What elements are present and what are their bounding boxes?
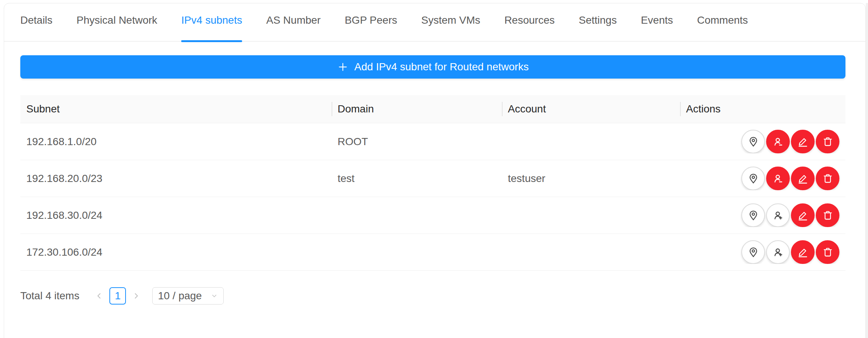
tab-events[interactable]: Events: [641, 2, 673, 38]
location-pin-icon: [747, 136, 759, 148]
details-card: Details Physical Network IPv4 subnets AS…: [4, 3, 866, 338]
ipv4-subnets-table: Subnet Domain Account Actions 192.168.1.…: [20, 95, 845, 271]
location-pin-button[interactable]: [741, 240, 765, 264]
chevron-down-icon: [211, 292, 218, 300]
delete-subnet-button[interactable]: [816, 203, 839, 227]
dedicate-account-button[interactable]: [766, 203, 790, 227]
pencil-icon: [797, 136, 809, 148]
delete-subnet-button[interactable]: [816, 167, 839, 190]
tab-bar: Details Physical Network IPv4 subnets AS…: [4, 3, 865, 42]
account-cell: testuser: [502, 173, 680, 185]
tab-physical-network[interactable]: Physical Network: [77, 2, 158, 38]
table-row: 172.30.106.0/24: [20, 234, 845, 271]
tab-ipv4-subnets[interactable]: IPv4 subnets: [181, 2, 242, 38]
pagination: Total 4 items 1 10 / page: [20, 287, 845, 305]
release-dedication-button[interactable]: [766, 167, 790, 190]
location-pin-icon: [747, 209, 759, 221]
subnet-cell: 192.168.30.0/24: [20, 209, 332, 221]
column-header-actions: Actions: [680, 95, 845, 123]
subnet-cell: 192.168.20.0/23: [20, 173, 332, 185]
user-plus-icon: [772, 209, 784, 221]
prev-page-button[interactable]: [93, 287, 106, 305]
actions-cell: [680, 167, 845, 190]
actions-cell: [680, 240, 845, 264]
dedicate-account-button[interactable]: [766, 240, 790, 264]
trash-icon: [822, 173, 834, 185]
actions-cell: [680, 203, 845, 227]
chevron-left-icon: [95, 292, 103, 300]
user-minus-icon: [772, 136, 784, 148]
delete-subnet-button[interactable]: [816, 240, 839, 264]
table-row: 192.168.20.0/23 test testuser: [20, 160, 845, 197]
page-1-button[interactable]: 1: [109, 287, 126, 305]
location-pin-icon: [747, 173, 759, 185]
actions-cell: [680, 130, 845, 153]
table-header-row: Subnet Domain Account Actions: [20, 95, 845, 123]
column-header-domain: Domain: [332, 95, 502, 123]
domain-cell: test: [332, 173, 502, 185]
add-ipv4-subnet-button[interactable]: Add IPv4 subnet for Routed networks: [20, 55, 845, 79]
release-dedication-button[interactable]: [766, 130, 790, 153]
delete-subnet-button[interactable]: [816, 130, 839, 153]
edit-subnet-button[interactable]: [791, 240, 815, 264]
tab-comments[interactable]: Comments: [697, 2, 748, 38]
trash-icon: [822, 246, 834, 258]
trash-icon: [822, 209, 834, 221]
trash-icon: [822, 136, 834, 148]
column-header-subnet: Subnet: [20, 95, 332, 123]
edit-subnet-button[interactable]: [791, 130, 815, 153]
plus-icon: [337, 61, 348, 73]
column-header-account: Account: [502, 95, 680, 123]
location-pin-button[interactable]: [741, 130, 765, 153]
tab-resources[interactable]: Resources: [504, 2, 555, 38]
tab-as-number[interactable]: AS Number: [266, 2, 321, 38]
add-ipv4-subnet-label: Add IPv4 subnet for Routed networks: [354, 61, 529, 73]
tab-details[interactable]: Details: [20, 2, 53, 38]
subnet-cell: 172.30.106.0/24: [20, 246, 332, 258]
page-size-value: 10 / page: [158, 290, 206, 302]
pencil-icon: [797, 209, 809, 221]
pencil-icon: [797, 173, 809, 185]
location-pin-button[interactable]: [741, 203, 765, 227]
scrollbar-track[interactable]: [866, 3, 868, 338]
table-row: 192.168.30.0/24: [20, 197, 845, 234]
pagination-total: Total 4 items: [20, 290, 79, 302]
subnet-cell: 192.168.1.0/20: [20, 136, 332, 148]
location-pin-icon: [747, 246, 759, 258]
location-pin-button[interactable]: [741, 167, 765, 190]
chevron-right-icon: [132, 292, 140, 300]
tab-settings[interactable]: Settings: [579, 2, 617, 38]
user-plus-icon: [772, 246, 784, 258]
domain-cell: ROOT: [332, 136, 502, 148]
pencil-icon: [797, 246, 809, 258]
tab-bgp-peers[interactable]: BGP Peers: [345, 2, 397, 38]
next-page-button[interactable]: [130, 287, 142, 305]
user-minus-icon: [772, 173, 784, 185]
tab-system-vms[interactable]: System VMs: [421, 2, 480, 38]
edit-subnet-button[interactable]: [791, 203, 815, 227]
edit-subnet-button[interactable]: [791, 167, 815, 190]
page-size-select[interactable]: 10 / page: [152, 287, 224, 305]
table-row: 192.168.1.0/20 ROOT: [20, 123, 845, 160]
